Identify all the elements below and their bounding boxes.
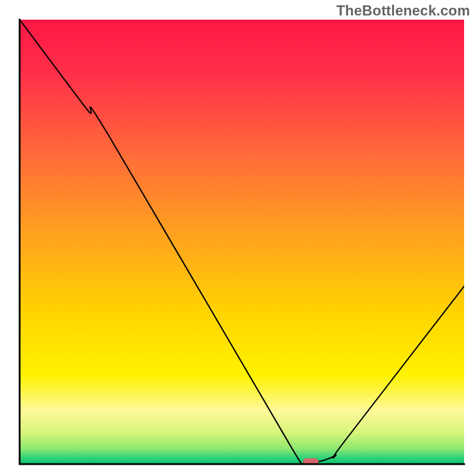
gradient-background [20, 20, 464, 464]
chart-container: TheBottleneck.com [0, 0, 476, 476]
watermark-text: TheBottleneck.com [336, 2, 470, 19]
bottleneck-chart [0, 0, 476, 476]
plot-area [20, 20, 464, 475]
